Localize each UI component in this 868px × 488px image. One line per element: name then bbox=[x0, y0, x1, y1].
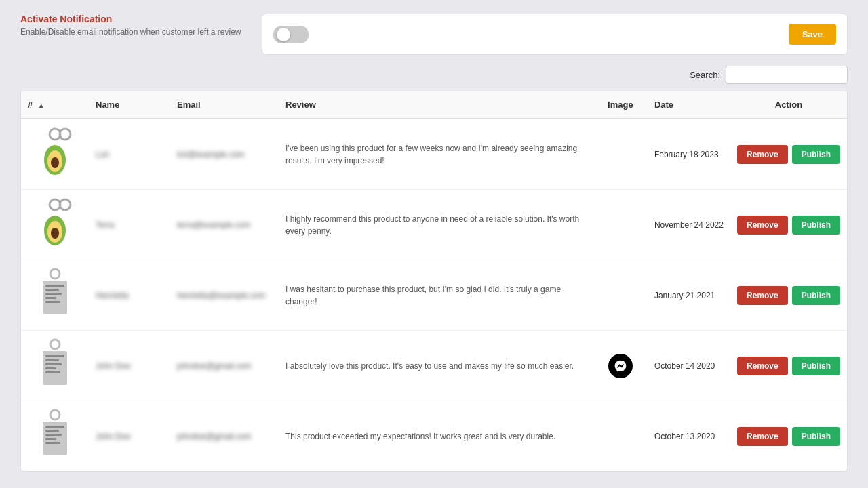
notification-box: Save bbox=[262, 14, 848, 55]
row-name: John Doe bbox=[89, 331, 170, 401]
row-date: October 14 2020 bbox=[648, 331, 730, 401]
table-row: Henrietta henrietta@example.com I was he… bbox=[21, 260, 847, 331]
publish-button[interactable]: Publish bbox=[792, 145, 840, 164]
row-email: lori@example.com bbox=[170, 119, 279, 190]
table-header: # ▲ Name Email Review Image Date Action bbox=[21, 92, 847, 119]
activate-label: Activate Notification bbox=[20, 14, 241, 24]
svg-rect-16 bbox=[45, 301, 60, 303]
publish-button[interactable]: Publish bbox=[792, 357, 840, 375]
svg-point-10 bbox=[50, 269, 60, 279]
remove-button[interactable]: Remove bbox=[737, 357, 788, 375]
search-bar: Search: bbox=[20, 66, 848, 84]
row-image-icon bbox=[593, 190, 648, 260]
top-section: Activate Notification Enable/Disable ema… bbox=[20, 14, 848, 55]
row-image-icon bbox=[593, 119, 648, 190]
activate-desc: Enable/Disable email notification when c… bbox=[20, 27, 241, 37]
row-email: henrietta@example.com bbox=[170, 260, 279, 331]
col-header-name: Name bbox=[89, 92, 170, 119]
row-review: I was hesitant to purchase this product,… bbox=[279, 260, 593, 331]
row-date: November 24 2022 bbox=[648, 190, 730, 260]
svg-rect-27 bbox=[45, 430, 59, 432]
col-header-date: Date bbox=[648, 92, 730, 119]
notification-toggle[interactable] bbox=[273, 26, 309, 43]
row-action: Remove Publish bbox=[730, 331, 847, 401]
svg-point-9 bbox=[51, 228, 59, 239]
sort-arrow-icon[interactable]: ▲ bbox=[38, 102, 45, 109]
svg-point-17 bbox=[50, 340, 60, 349]
svg-rect-26 bbox=[45, 426, 64, 428]
row-date: February 18 2023 bbox=[648, 119, 730, 190]
row-action: Remove Publish bbox=[730, 260, 847, 331]
remove-button[interactable]: Remove bbox=[737, 145, 788, 164]
svg-rect-23 bbox=[45, 371, 60, 373]
col-header-email: Email bbox=[170, 92, 279, 119]
save-button[interactable]: Save bbox=[789, 24, 836, 45]
publish-button[interactable]: Publish bbox=[792, 216, 840, 235]
svg-rect-21 bbox=[45, 363, 62, 365]
svg-rect-13 bbox=[45, 289, 59, 291]
search-input[interactable] bbox=[726, 66, 848, 84]
col-header-image: Image bbox=[593, 92, 648, 119]
table-body: Lori lori@example.com I've been using th… bbox=[21, 119, 847, 471]
toggle-knob bbox=[277, 28, 290, 41]
svg-rect-30 bbox=[45, 442, 60, 444]
svg-point-4 bbox=[51, 157, 59, 168]
row-action: Remove Publish bbox=[730, 119, 847, 190]
row-date: October 13 2020 bbox=[648, 401, 730, 472]
svg-rect-14 bbox=[45, 293, 62, 295]
reviews-table: # ▲ Name Email Review Image Date Action … bbox=[21, 92, 847, 471]
svg-rect-22 bbox=[45, 367, 56, 369]
svg-point-24 bbox=[50, 410, 60, 420]
svg-rect-19 bbox=[45, 355, 64, 357]
row-name: Lori bbox=[89, 119, 170, 190]
row-image-icon bbox=[593, 260, 648, 331]
row-review: This product exceeded my expectations! I… bbox=[279, 401, 593, 472]
row-email: terra@example.com bbox=[170, 190, 279, 260]
table-row: John Doe johndoe@gmail.com I absolutely … bbox=[21, 331, 847, 401]
row-image-cell bbox=[21, 331, 89, 401]
remove-button[interactable]: Remove bbox=[737, 286, 788, 305]
svg-rect-12 bbox=[45, 285, 64, 287]
remove-button[interactable]: Remove bbox=[737, 427, 788, 446]
svg-rect-15 bbox=[45, 297, 56, 299]
row-review: I highly recommend this product to anyon… bbox=[279, 190, 593, 260]
row-image-icon bbox=[593, 331, 648, 401]
col-header-num: # ▲ bbox=[21, 92, 89, 119]
row-image-cell bbox=[21, 190, 89, 260]
row-review: I've been using this product for a few w… bbox=[279, 119, 593, 190]
row-email: johndoe@gmail.com bbox=[170, 331, 279, 401]
row-action: Remove Publish bbox=[730, 401, 847, 472]
row-name: Terra bbox=[89, 190, 170, 260]
table-row: John Doe johndoe@gmail.com This product … bbox=[21, 401, 847, 472]
row-name: John Doe bbox=[89, 401, 170, 472]
row-email: johndoe@gmail.com bbox=[170, 401, 279, 472]
reviews-table-container: # ▲ Name Email Review Image Date Action … bbox=[20, 91, 848, 472]
row-image-cell bbox=[21, 260, 89, 331]
table-row: Terra terra@example.com I highly recomme… bbox=[21, 190, 847, 260]
row-image-icon bbox=[593, 401, 648, 472]
svg-rect-20 bbox=[45, 359, 59, 361]
table-row: Lori lori@example.com I've been using th… bbox=[21, 119, 847, 190]
row-name: Henrietta bbox=[89, 260, 170, 331]
publish-button[interactable]: Publish bbox=[792, 286, 840, 305]
search-label: Search: bbox=[690, 70, 720, 80]
remove-button[interactable]: Remove bbox=[737, 216, 788, 235]
svg-rect-28 bbox=[45, 434, 62, 436]
publish-button[interactable]: Publish bbox=[792, 427, 840, 446]
row-date: January 21 2021 bbox=[648, 260, 730, 331]
activate-notification-block: Activate Notification Enable/Disable ema… bbox=[20, 14, 241, 37]
row-action: Remove Publish bbox=[730, 190, 847, 260]
row-image-cell bbox=[21, 401, 89, 472]
col-header-review: Review bbox=[279, 92, 593, 119]
row-review: I absolutely love this product. It's eas… bbox=[279, 331, 593, 401]
svg-rect-29 bbox=[45, 438, 56, 440]
row-image-cell bbox=[21, 119, 89, 190]
messenger-icon bbox=[608, 354, 633, 378]
col-header-action: Action bbox=[730, 92, 847, 119]
